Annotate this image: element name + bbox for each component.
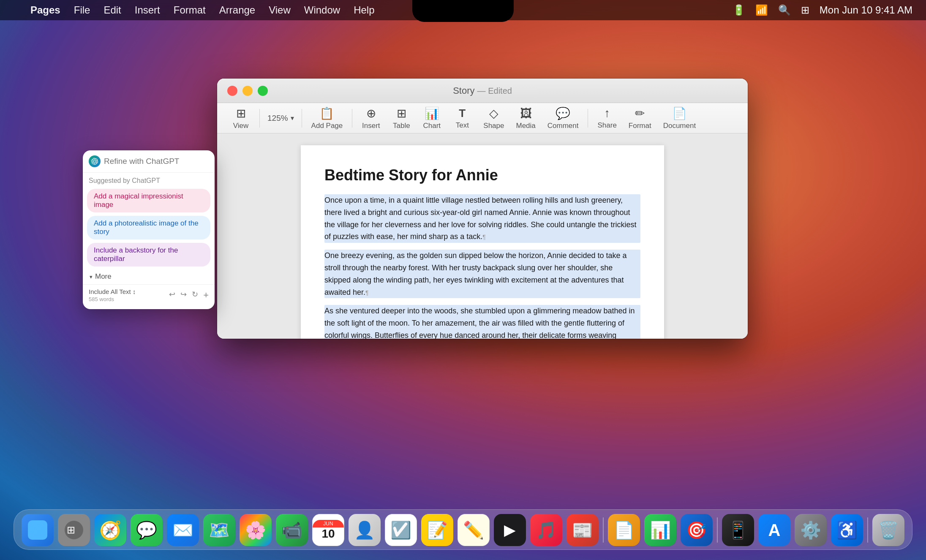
dock-icon-appstore[interactable]: A: [758, 514, 790, 546]
dock-icon-maps[interactable]: 🗺️: [203, 514, 235, 546]
chart-icon: 📊: [425, 106, 439, 120]
svg-rect-0: [28, 520, 47, 540]
dock-icon-reminders[interactable]: ☑️: [385, 514, 417, 546]
battery-icon: 🔋: [733, 4, 745, 16]
window-close-button[interactable]: [227, 86, 237, 96]
menubar-view[interactable]: View: [269, 4, 291, 16]
backstory-label: Include a backstory for the caterpillar: [94, 246, 204, 263]
toolbar-format[interactable]: ✏ Format: [623, 104, 657, 133]
chatgpt-panel: Suggested by ChatGPT Add a magical impre…: [83, 150, 215, 309]
dock-icon-contacts[interactable]: 👤: [349, 514, 381, 546]
dock: 🔵 ⊞ 🧭 💬 ✉️ 🗺️ 🌸 📹 JUN 10 👤 ☑️ 📝: [14, 509, 912, 550]
clock: Mon Jun 10 9:41 AM: [820, 4, 912, 16]
toolbar-separator-4: [588, 109, 588, 128]
menubar-insert[interactable]: Insert: [135, 4, 160, 16]
toolbar-format-label: Format: [629, 122, 651, 130]
window-edited-label: — Edited: [477, 86, 512, 95]
dock-icon-notes[interactable]: 📝: [421, 514, 453, 546]
svg-text:⊞: ⊞: [67, 524, 75, 536]
dock-icon-news[interactable]: 📰: [566, 514, 599, 546]
window-minimize-button[interactable]: [242, 86, 253, 96]
dock-icon-numbers[interactable]: 📊: [644, 514, 676, 546]
add-button[interactable]: +: [203, 290, 209, 301]
pages-toolbar: ⊞ View 125% ▾ 📋 Add Page ⊕ Insert ⊞ Tabl…: [217, 103, 748, 133]
menubar-arrange[interactable]: Arrange: [219, 4, 255, 16]
toolbar-insert-label: Insert: [362, 122, 380, 130]
toolbar-separator-1: [259, 109, 260, 128]
add-page-icon: 📋: [319, 106, 334, 120]
dock-divider-3: [867, 517, 868, 543]
dock-icon-music[interactable]: 🎵: [530, 514, 562, 546]
chatgpt-input-area: [83, 150, 215, 173]
dock-icon-settings[interactable]: ⚙️: [795, 514, 827, 546]
refresh-button[interactable]: ↻: [192, 290, 198, 301]
more-chevron-icon: ▾: [90, 274, 93, 280]
dock-icon-calendar[interactable]: JUN 10: [312, 514, 344, 546]
toolbar-table[interactable]: ⊞ Table: [386, 104, 417, 133]
suggestion-pill-backstory[interactable]: Include a backstory for the caterpillar: [87, 243, 210, 266]
wifi-icon: 📶: [755, 4, 768, 16]
toolbar-insert[interactable]: ⊕ Insert: [356, 104, 386, 133]
suggestion-pill-magic-image[interactable]: Add a magical impressionist image: [87, 189, 210, 212]
toolbar-text[interactable]: T Text: [447, 104, 477, 132]
search-icon[interactable]: 🔍: [778, 4, 791, 16]
toolbar-add-page-label: Add Page: [311, 122, 343, 130]
toolbar-zoom[interactable]: 125% ▾: [263, 111, 298, 125]
dock-icon-finder[interactable]: 🔵: [22, 514, 54, 546]
toolbar-add-page[interactable]: 📋 Add Page: [305, 104, 349, 133]
menubar-window[interactable]: Window: [304, 4, 340, 16]
control-center-icon[interactable]: ⊞: [801, 4, 809, 16]
dock-icon-facetime[interactable]: 📹: [276, 514, 308, 546]
dock-icon-pages[interactable]: 📄: [608, 514, 640, 546]
window-maximize-button[interactable]: [258, 86, 268, 96]
photo-image-label: Add a photorealistic image of the story: [94, 219, 204, 236]
window-controls: [227, 86, 268, 96]
shape-icon: ◇: [489, 106, 498, 120]
toolbar-document[interactable]: 📄 Document: [657, 104, 702, 133]
comment-icon: 💬: [556, 106, 570, 120]
doc-paragraph-1[interactable]: Once upon a time, in a quaint little vil…: [324, 194, 640, 243]
dock-icon-launchpad[interactable]: ⊞: [58, 514, 90, 546]
dock-icon-mirroring[interactable]: 📱: [722, 514, 754, 546]
document-page: Bedtime Story for Annie Once upon a time…: [301, 145, 664, 339]
menubar-edit[interactable]: Edit: [103, 4, 121, 16]
table-icon: ⊞: [397, 106, 406, 120]
include-all-text[interactable]: Include All Text ↕: [89, 288, 136, 295]
toolbar-view[interactable]: ⊞ View: [226, 104, 256, 133]
toolbar-text-label: Text: [456, 121, 469, 130]
redo-button[interactable]: ↪: [180, 290, 187, 301]
zoom-chevron: ▾: [291, 114, 294, 122]
dock-icon-trash[interactable]: 🗑️: [872, 514, 904, 546]
chatgpt-text-input[interactable]: [104, 157, 209, 166]
toolbar-comment[interactable]: 💬 Comment: [542, 104, 585, 133]
toolbar-table-label: Table: [393, 122, 410, 130]
toolbar-chart[interactable]: 📊 Chart: [417, 104, 447, 133]
toolbar-media[interactable]: 🖼 Media: [510, 104, 541, 133]
dock-icon-freeform[interactable]: ✏️: [458, 514, 490, 546]
toolbar-separator-3: [352, 109, 352, 128]
menubar-format[interactable]: Format: [174, 4, 206, 16]
menubar-app-name[interactable]: Pages: [30, 4, 60, 16]
dock-icon-accessibility[interactable]: ♿: [831, 514, 863, 546]
toolbar-share[interactable]: ↑ Share: [591, 104, 622, 132]
toolbar-separator-2: [302, 109, 302, 128]
pages-content: Bedtime Story for Annie Once upon a time…: [217, 133, 748, 339]
menubar-help[interactable]: Help: [354, 4, 374, 16]
toolbar-media-label: Media: [516, 122, 535, 130]
dock-icon-appletv[interactable]: ▶: [494, 514, 526, 546]
doc-paragraph-3[interactable]: As she ventured deeper into the woods, s…: [324, 305, 640, 339]
menubar-file[interactable]: File: [74, 4, 90, 16]
dock-icon-keynote[interactable]: 🎯: [681, 514, 713, 546]
undo-button[interactable]: ↩: [169, 290, 175, 301]
window-title: Story — Edited: [453, 85, 512, 96]
dock-icon-photos[interactable]: 🌸: [240, 514, 272, 546]
toolbar-share-label: Share: [597, 121, 616, 130]
toolbar-shape[interactable]: ◇ Shape: [477, 104, 510, 133]
suggestion-pill-photo-image[interactable]: Add a photorealistic image of the story: [87, 216, 210, 239]
dock-icon-safari[interactable]: 🧭: [94, 514, 126, 546]
toolbar-comment-label: Comment: [547, 122, 579, 130]
dock-icon-messages[interactable]: 💬: [131, 514, 163, 546]
doc-paragraph-2[interactable]: One breezy evening, as the golden sun di…: [324, 250, 640, 298]
dock-icon-mail[interactable]: ✉️: [167, 514, 199, 546]
more-button[interactable]: ▾ More: [84, 269, 215, 284]
